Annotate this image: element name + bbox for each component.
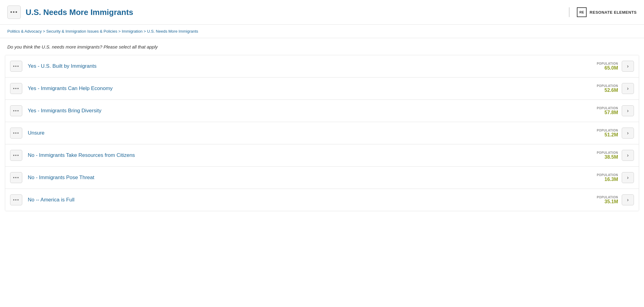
brand: RE RESONATE ELEMENTS [569, 7, 637, 17]
row-label: Yes - Immigrants Can Help Economy [28, 85, 597, 92]
row-dots-button[interactable]: ••• [10, 105, 22, 116]
population-label: POPULATION [597, 84, 618, 88]
population-block: POPULATION 65.0M [597, 62, 618, 71]
chevron-button[interactable]: › [622, 194, 634, 205]
table-row[interactable]: ••• Yes - Immigrants Bring Diversity POP… [5, 100, 639, 122]
table-row[interactable]: ••• No - Immigrants Pose Threat POPULATI… [5, 167, 639, 189]
population-block: POPULATION 16.3M [597, 173, 618, 182]
population-block: POPULATION 38.5M [597, 151, 618, 160]
row-label: No -- America is Full [28, 197, 597, 203]
page-title: U.S. Needs More Immigrants [26, 8, 133, 17]
row-right: POPULATION 38.5M › [597, 150, 634, 161]
population-label: POPULATION [597, 196, 618, 199]
population-label: POPULATION [597, 151, 618, 154]
chevron-button[interactable]: › [622, 105, 634, 116]
row-dots-button[interactable]: ••• [10, 194, 22, 205]
population-value: 57.8M [597, 110, 618, 115]
table-row[interactable]: ••• Unsure POPULATION 51.2M › [5, 122, 639, 144]
population-value: 52.6M [597, 88, 618, 93]
row-right: POPULATION 57.8M › [597, 105, 634, 116]
population-value: 51.2M [597, 132, 618, 138]
items-table: ••• Yes - U.S. Built by Immigrants POPUL… [5, 55, 639, 211]
header-left: ••• U.S. Needs More Immigrants [7, 5, 133, 19]
row-dots-button[interactable]: ••• [10, 150, 22, 161]
chevron-button[interactable]: › [622, 150, 634, 161]
breadcrumb: Politics & Advocacy > Security & Immigra… [0, 25, 644, 38]
table-row[interactable]: ••• Yes - U.S. Built by Immigrants POPUL… [5, 55, 639, 78]
population-block: POPULATION 35.1M [597, 196, 618, 204]
chevron-button[interactable]: › [622, 128, 634, 139]
population-label: POPULATION [597, 173, 618, 177]
row-right: POPULATION 51.2M › [597, 128, 634, 139]
brand-name: RESONATE ELEMENTS [590, 10, 637, 15]
row-dots-button[interactable]: ••• [10, 172, 22, 183]
row-right: POPULATION 35.1M › [597, 194, 634, 205]
row-dots-button[interactable]: ••• [10, 83, 22, 94]
chevron-button[interactable]: › [622, 172, 634, 183]
row-right: POPULATION 65.0M › [597, 61, 634, 72]
population-label: POPULATION [597, 62, 618, 65]
population-block: POPULATION 51.2M [597, 129, 618, 138]
row-dots-button[interactable]: ••• [10, 128, 22, 139]
chevron-button[interactable]: › [622, 61, 634, 72]
header: ••• U.S. Needs More Immigrants RE RESONA… [0, 0, 644, 25]
menu-dots-button[interactable]: ••• [7, 5, 21, 19]
row-label: Yes - U.S. Built by Immigrants [28, 63, 597, 69]
brand-logo: RE [577, 7, 587, 17]
row-dots-button[interactable]: ••• [10, 61, 22, 72]
population-value: 35.1M [597, 199, 618, 204]
row-right: POPULATION 52.6M › [597, 83, 634, 94]
row-label: No - Immigrants Pose Threat [28, 175, 597, 181]
population-value: 65.0M [597, 65, 618, 71]
population-value: 38.5M [597, 154, 618, 160]
population-block: POPULATION 57.8M [597, 107, 618, 115]
row-label: Unsure [28, 130, 597, 136]
chevron-button[interactable]: › [622, 83, 634, 94]
population-value: 16.3M [597, 177, 618, 182]
population-label: POPULATION [597, 129, 618, 132]
table-row[interactable]: ••• Yes - Immigrants Can Help Economy PO… [5, 78, 639, 100]
question-text: Do you think the U.S. needs more immigra… [0, 38, 644, 52]
row-label: No - Immigrants Take Resources from Citi… [28, 152, 597, 158]
population-block: POPULATION 52.6M [597, 84, 618, 93]
population-label: POPULATION [597, 107, 618, 110]
table-row[interactable]: ••• No -- America is Full POPULATION 35.… [5, 189, 639, 211]
row-right: POPULATION 16.3M › [597, 172, 634, 183]
table-row[interactable]: ••• No - Immigrants Take Resources from … [5, 144, 639, 167]
breadcrumb-text: Politics & Advocacy > Security & Immigra… [7, 29, 198, 34]
row-label: Yes - Immigrants Bring Diversity [28, 108, 597, 114]
